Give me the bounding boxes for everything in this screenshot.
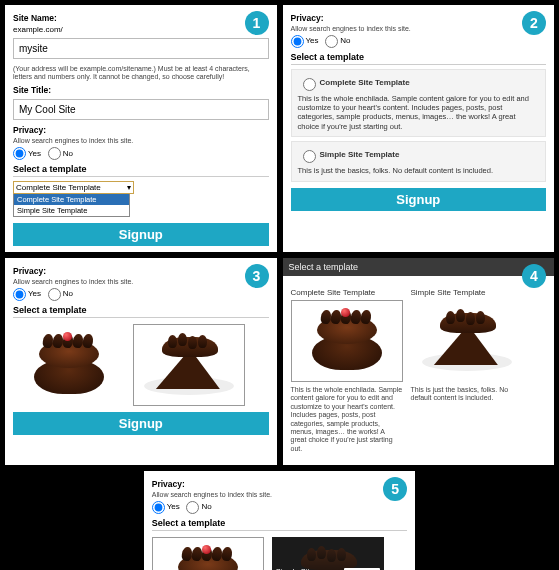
select-template-heading: Select a template xyxy=(291,52,547,65)
privacy-help: Allow search engines to index this site. xyxy=(13,278,269,286)
template-thumb-simple[interactable] xyxy=(133,324,245,406)
select-template-heading: Select a template xyxy=(152,518,408,531)
privacy-yes[interactable]: Yes xyxy=(13,149,41,158)
template-select[interactable]: Complete Site Template ▾ xyxy=(13,181,134,194)
template-thumb-complete[interactable] xyxy=(152,537,264,570)
privacy-yes-radio[interactable] xyxy=(13,147,26,160)
panel-5: 5 Privacy: Allow search engines to index… xyxy=(143,470,417,570)
privacy-label: Privacy: xyxy=(291,13,547,23)
privacy-no-radio[interactable] xyxy=(186,501,199,514)
cake-round-icon xyxy=(29,332,109,398)
panel-1: 1 Site Name: example.com/ (Your address … xyxy=(4,4,278,253)
template-desc-complete: This is the whole enchilada. Sample cont… xyxy=(298,94,540,132)
privacy-no[interactable]: No xyxy=(48,149,73,158)
address-help: (Your address will be example.com/sitena… xyxy=(13,65,269,80)
template-thumb-simple[interactable] xyxy=(411,300,523,382)
template-thumb-complete[interactable] xyxy=(13,324,125,406)
template-thumb-simple-hover[interactable]: Simple Site Template View demo Select th… xyxy=(272,537,384,570)
chevron-down-icon: ▾ xyxy=(127,183,131,192)
privacy-radios: Yes No xyxy=(291,35,547,48)
panel-2: 2 Privacy: Allow search engines to index… xyxy=(282,4,556,253)
panel-3: 3 Privacy: Allow search engines to index… xyxy=(4,257,278,466)
privacy-help: Allow search engines to index this site. xyxy=(13,137,269,145)
template-card-simple[interactable]: Simple Site Template This is just the ba… xyxy=(291,141,547,181)
privacy-yes-radio[interactable] xyxy=(291,35,304,48)
template-radio-complete[interactable] xyxy=(303,78,316,91)
step-badge: 1 xyxy=(245,11,269,35)
privacy-no-radio[interactable] xyxy=(325,35,338,48)
privacy-yes[interactable]: Yes xyxy=(13,289,41,298)
template-option-complete[interactable]: Complete Site Template xyxy=(14,194,129,205)
select-template-heading: Select a template xyxy=(13,305,269,318)
template-col-simple: Simple Site Template This is just the ba… xyxy=(411,288,523,453)
cake-round-icon xyxy=(168,545,248,570)
privacy-no[interactable]: No xyxy=(325,36,350,45)
privacy-yes-radio[interactable] xyxy=(13,288,26,301)
privacy-no-radio[interactable] xyxy=(48,147,61,160)
privacy-no-radio[interactable] xyxy=(48,288,61,301)
template-desc-simple: This is just the basics, folks. No defau… xyxy=(298,166,540,175)
privacy-no[interactable]: No xyxy=(186,502,211,511)
privacy-radios: Yes No xyxy=(13,147,269,160)
cake-slice-icon xyxy=(142,333,236,397)
template-caption-simple: Simple Site Template xyxy=(411,288,523,297)
privacy-yes[interactable]: Yes xyxy=(152,502,180,511)
step-badge: 2 xyxy=(522,11,546,35)
privacy-radios: Yes No xyxy=(152,501,408,514)
privacy-help: Allow search engines to index this site. xyxy=(152,491,408,499)
template-thumb-complete[interactable] xyxy=(291,300,403,382)
template-option-simple[interactable]: Simple Site Template xyxy=(14,205,129,216)
privacy-help: Allow search engines to index this site. xyxy=(291,25,547,33)
signup-button[interactable]: Signup xyxy=(291,188,547,211)
template-col-complete: Complete Site Template This is the whole… xyxy=(291,288,403,453)
template-card-complete[interactable]: Complete Site Template This is the whole… xyxy=(291,69,547,138)
template-radio-simple[interactable] xyxy=(303,150,316,163)
privacy-no[interactable]: No xyxy=(48,289,73,298)
select-template-heading: Select a template xyxy=(13,164,269,177)
privacy-yes-radio[interactable] xyxy=(152,501,165,514)
template-desc-complete: This is the whole enchilada. Sample cont… xyxy=(291,386,403,453)
template-thumbs xyxy=(13,324,269,406)
url-prefix: example.com/ xyxy=(13,25,269,34)
template-select-options: Complete Site Template Simple Site Templ… xyxy=(13,193,130,217)
step-badge: 4 xyxy=(522,264,546,288)
template-caption-complete: Complete Site Template xyxy=(291,288,403,297)
privacy-label: Privacy: xyxy=(13,125,269,135)
privacy-label: Privacy: xyxy=(13,266,269,276)
template-thumbs: Complete Site Template This is the whole… xyxy=(291,288,547,453)
privacy-yes[interactable]: Yes xyxy=(291,36,319,45)
panel-4: 4 Select a template Complete Site Templa… xyxy=(282,257,556,466)
privacy-label: Privacy: xyxy=(152,479,408,489)
site-title-input[interactable] xyxy=(13,99,269,120)
step-badge: 3 xyxy=(245,264,269,288)
privacy-radios: Yes No xyxy=(13,288,269,301)
template-thumbs: Simple Site Template View demo Select th… xyxy=(152,537,408,570)
select-template-heading: Select a template xyxy=(283,258,555,276)
template-desc-simple: This is just the basics, folks. No defau… xyxy=(411,386,523,403)
signup-button[interactable]: Signup xyxy=(13,223,269,246)
site-title-label: Site Title: xyxy=(13,85,269,95)
signup-button[interactable]: Signup xyxy=(13,412,269,435)
site-name-label: Site Name: xyxy=(13,13,269,23)
cake-round-icon xyxy=(307,308,387,374)
site-name-input[interactable] xyxy=(13,38,269,59)
cake-slice-icon xyxy=(420,309,514,373)
